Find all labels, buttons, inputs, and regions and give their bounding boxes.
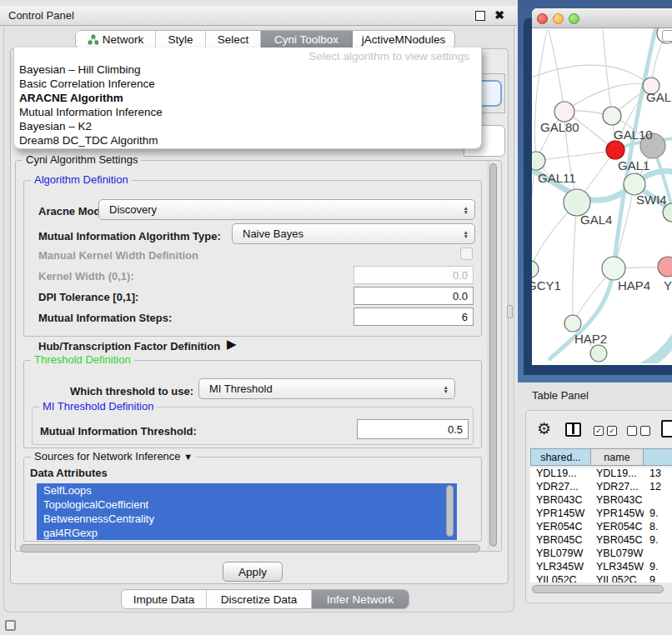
node-hap2[interactable]: [564, 315, 581, 332]
tab-jactivemnodules[interactable]: jActiveMNodules: [353, 31, 454, 48]
bottom-tabbar: Impute Data Discretize Data Infer Networ…: [121, 589, 409, 609]
combobox-arrows-icon: ▲▼: [464, 230, 469, 238]
list-item[interactable]: TopologicalCoefficient: [37, 498, 457, 512]
table-body: YDL19... YDL19... 13 YDR27... YDR27... 1…: [530, 468, 672, 582]
show-columns-icon[interactable]: ✓ ✓: [594, 426, 617, 436]
close-traffic-light[interactable]: [537, 13, 548, 24]
gear-icon[interactable]: ⚙: [537, 419, 551, 438]
hide-columns-icon[interactable]: [627, 426, 650, 436]
node-label: GAL11: [538, 171, 576, 185]
which-threshold-label: Which threshold to use:: [70, 385, 193, 398]
column-view-icon[interactable]: [565, 422, 581, 437]
dropdown-item-basic-correlation[interactable]: Basic Correlation Inference: [14, 77, 481, 91]
manual-kernel-label: Manual Kernel Width Definition: [38, 249, 198, 262]
tab-impute-data[interactable]: Impute Data: [122, 590, 207, 608]
threshold-definition-title: Threshold Definition: [31, 353, 134, 366]
node-salmon[interactable]: [658, 257, 672, 277]
close-icon[interactable]: ✖: [493, 8, 506, 22]
kernel-width-field[interactable]: [354, 266, 474, 284]
mi-algorithm-type-combobox[interactable]: Naive Bayes ▲▼: [232, 223, 475, 244]
tab-select[interactable]: Select: [206, 31, 261, 48]
tab-network-label: Network: [103, 33, 144, 46]
column-header-name[interactable]: name: [590, 448, 644, 466]
which-threshold-combobox[interactable]: MI Threshold ▲▼: [198, 378, 455, 399]
algorithm-definition-title: Algorithm Definition: [31, 173, 132, 186]
node-label: GAL4: [580, 212, 612, 227]
node-gal11[interactable]: [532, 152, 545, 170]
collapse-arrow-icon[interactable]: ▼: [183, 452, 193, 462]
table-row[interactable]: YER054C YER054C 8.: [530, 521, 672, 534]
network-window: GAL GAL80 GAL10 GAL1 GAL11 SWI4 GAL4 GCY…: [532, 8, 672, 365]
data-attributes-list: SelfLoops TopologicalCoefficient Between…: [37, 483, 457, 540]
column-header-shared[interactable]: shared...: [530, 448, 591, 466]
tab-discretize-data[interactable]: Discretize Data: [207, 590, 312, 608]
node-label: SWI4: [636, 192, 667, 207]
tab-infer-network[interactable]: Infer Network: [312, 590, 409, 608]
node-label: GAL1: [618, 158, 649, 172]
dpi-tolerance-field[interactable]: [354, 287, 474, 305]
node-gal80[interactable]: [554, 102, 574, 122]
dpi-tolerance-label: DPI Tolerance [0,1]:: [38, 291, 138, 303]
settings-horizontal-scrollbar-thumb[interactable]: [20, 544, 480, 552]
dropdown-item-bayesian-k2[interactable]: Bayesian – K2: [14, 119, 481, 133]
mi-steps-field[interactable]: [354, 308, 474, 326]
table-row[interactable]: YDL19... YDL19... 13: [530, 468, 672, 481]
dropdown-item-mutual-information[interactable]: Mutual Information Inference: [14, 105, 481, 119]
mi-threshold-group-title: MI Threshold Definition: [39, 400, 157, 412]
combobox-arrows-icon: ▲▼: [444, 385, 449, 393]
network-window-titlebar[interactable]: [532, 8, 672, 28]
apply-button[interactable]: Apply: [223, 562, 283, 582]
table-row[interactable]: YDR27... YDR27... 12: [530, 481, 672, 494]
manual-kernel-checkbox[interactable]: [460, 248, 473, 260]
table-row[interactable]: YLR345W YLR345W 9.: [530, 561, 672, 574]
tab-style[interactable]: Style: [156, 31, 206, 48]
table-row[interactable]: YPR145W YPR145W 9.: [530, 508, 672, 521]
tab-cyni-toolbox[interactable]: Cyni Toolbox: [261, 31, 353, 48]
settings-vertical-scrollbar-thumb[interactable]: [489, 163, 497, 547]
split-pane-handle[interactable]: [507, 305, 513, 318]
table-row[interactable]: YIL052C YIL052C 9: [530, 574, 672, 582]
aracne-mode-combobox[interactable]: Discovery ▲▼: [98, 199, 475, 220]
table-row[interactable]: YBR043C YBR043C: [530, 494, 672, 508]
hub-definition-label: Hub/Transcription Factor Definition: [38, 340, 220, 352]
list-item[interactable]: SelfLoops: [37, 483, 457, 498]
tab-network[interactable]: Network: [76, 31, 156, 48]
node-label: GAL80: [540, 120, 579, 134]
control-panel-title: Control Panel: [8, 9, 74, 22]
list-item[interactable]: BetweennessCentrality: [37, 512, 457, 526]
node-gcy1[interactable]: [532, 261, 539, 278]
data-attributes-label: Data Attributes: [30, 467, 108, 479]
float-window-icon[interactable]: [475, 11, 485, 21]
node-label: GAL: [646, 90, 671, 104]
table-panel-titlebar: Table Panel: [519, 383, 672, 407]
new-table-icon[interactable]: [661, 420, 672, 438]
dropdown-item-dream8[interactable]: Dream8 DC_TDC Algorithm: [14, 133, 481, 148]
network-canvas[interactable]: GAL GAL80 GAL10 GAL1 GAL11 SWI4 GAL4 GCY…: [532, 28, 672, 363]
application-window: Control Panel ✖ Network Style Select: [0, 0, 672, 635]
mi-threshold-label: Mutual Information Threshold:: [40, 425, 197, 438]
table-horizontal-scrollbar-thumb[interactable]: [532, 585, 664, 593]
control-panel-titlebar: Control Panel: [0, 6, 517, 26]
dropdown-hint: Select algorithm to view settings: [14, 48, 481, 62]
control-panel-tabbar: Network Style Select Cyni Toolbox jActiv…: [75, 30, 455, 49]
node-gal10[interactable]: [603, 107, 621, 125]
column-header-partial[interactable]: [643, 448, 672, 466]
expand-arrow-icon[interactable]: ▶: [227, 337, 237, 352]
network-desktop: GAL GAL80 GAL10 GAL1 GAL11 SWI4 GAL4 GCY…: [518, 0, 672, 382]
minimize-traffic-light[interactable]: [553, 13, 564, 24]
zoom-traffic-light[interactable]: [569, 13, 579, 24]
list-item[interactable]: gal4RGexp: [37, 526, 457, 540]
table-row[interactable]: YBR045C YBR045C 9.: [530, 534, 672, 548]
table-row[interactable]: YBL079W YBL079W: [530, 548, 672, 561]
dropdown-item-bayesian-hill-climbing[interactable]: Bayesian – Hill Climbing: [14, 62, 481, 77]
network-graph: GAL GAL80 GAL10 GAL1 GAL11 SWI4 GAL4 GCY…: [532, 28, 672, 363]
node-label: GAL10: [614, 128, 653, 142]
node-hap4[interactable]: [602, 257, 625, 280]
attributes-scrollbar-thumb[interactable]: [446, 485, 454, 537]
node-gal1-selected[interactable]: [606, 141, 624, 159]
mi-threshold-field[interactable]: [357, 419, 469, 439]
node-bottom[interactable]: [590, 345, 607, 362]
dropdown-item-aracne[interactable]: ARACNE Algorithm: [14, 91, 481, 105]
kernel-width-label: Kernel Width (0,1):: [38, 270, 134, 282]
restore-panel-icon[interactable]: [5, 620, 16, 631]
